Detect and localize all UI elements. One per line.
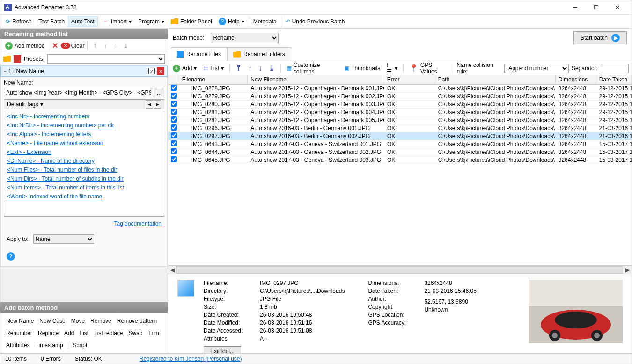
horizontal-scrollbar[interactable]: ◀▶ — [168, 265, 632, 274]
col-error[interactable]: Error — [384, 75, 435, 84]
table-row[interactable]: IMG_0282.JPGAuto show 2015-12 - Copenhag… — [168, 116, 632, 124]
batch-method-attributes[interactable]: Attributes — [3, 340, 33, 350]
add-method-button[interactable]: +Add method — [2, 41, 48, 51]
row-checkbox[interactable] — [171, 156, 177, 162]
open-preset-button[interactable] — [3, 55, 11, 63]
batch-method-list-replace[interactable]: List replace — [91, 328, 125, 338]
tag-link[interactable]: <Num Items> - Total number of items in t… — [7, 184, 161, 191]
column-options-button[interactable]: ⁞☰▾ — [385, 61, 399, 76]
batch-method-replace[interactable]: Replace — [35, 328, 61, 338]
batch-method-swap[interactable]: Swap — [125, 328, 145, 338]
tag-link[interactable]: <Num Files> - Total number of files in t… — [7, 167, 161, 173]
batch-method-script[interactable]: Script — [70, 340, 90, 350]
clear-button[interactable]: ✕ — [61, 43, 70, 49]
move-down-button[interactable]: ↓ — [257, 63, 264, 73]
move-up-button[interactable]: ↑ — [246, 63, 254, 73]
move-up-button[interactable]: ↑ — [101, 41, 110, 51]
table-row[interactable]: IMG_0280.JPGAuto show 2015-12 - Copenhag… — [168, 101, 632, 109]
method-help-icon[interactable]: ? — [7, 252, 15, 261]
collision-rule-select[interactable]: Append number — [504, 64, 569, 73]
start-batch-button[interactable]: Start batch ▶ — [573, 31, 627, 44]
table-row[interactable]: IMG_0645.JPGAuto show 2017-03 - Geneva -… — [168, 156, 632, 164]
col-path[interactable]: Path — [435, 75, 556, 84]
table-row[interactable]: IMG_0643.JPGAuto show 2017-03 - Geneva -… — [168, 140, 632, 148]
move-top-button[interactable]: ⤒ — [234, 63, 243, 73]
tab-rename-folders[interactable]: Rename Folders — [227, 47, 291, 61]
batch-method-trim[interactable]: Trim — [146, 328, 162, 338]
tag-link[interactable]: <Inc Alpha> - Incrementing letters — [7, 131, 161, 138]
thumbnails-button[interactable]: ▣Thumbnails — [342, 64, 382, 73]
save-preset-button[interactable] — [14, 55, 21, 63]
batch-method-remove-pattern[interactable]: Remove pattern — [114, 316, 160, 326]
exiftool-button[interactable]: ExifTool... — [204, 346, 241, 353]
move-bottom-button[interactable]: ⤓ — [121, 41, 131, 51]
import-button[interactable]: ←Import▾ — [100, 16, 135, 27]
move-down-button[interactable]: ↓ — [111, 41, 120, 51]
refresh-button[interactable]: ⟳Refresh — [2, 16, 35, 27]
batch-method-list[interactable]: List — [77, 328, 91, 338]
row-checkbox[interactable] — [171, 109, 177, 115]
add-files-button[interactable]: +Add▾ — [171, 64, 198, 73]
gps-values-button[interactable]: 📍GPS Values — [407, 61, 449, 76]
pattern-browse-button[interactable]: ... — [154, 88, 164, 97]
tag-link[interactable]: <Inc Nr> - Incrementing numbers — [7, 113, 161, 120]
table-row[interactable]: IMG_0297.JPGAuto show 2016-03 - Berlin -… — [168, 132, 632, 140]
col-filename[interactable]: Filename — [179, 75, 248, 84]
batch-method-remove[interactable]: Remove — [88, 316, 114, 326]
table-row[interactable]: IMG_0296.JPGAuto show 2016-03 - Berlin -… — [168, 124, 632, 132]
table-row[interactable]: IMG_0644.JPGAuto show 2017-03 - Geneva -… — [168, 148, 632, 156]
help-button[interactable]: ?Help▾ — [215, 16, 248, 27]
batch-method-move[interactable]: Move — [68, 316, 88, 326]
row-checkbox[interactable] — [171, 93, 177, 99]
tag-link[interactable]: <Inc NrDir> - Incrementing numbers per d… — [7, 122, 161, 129]
customize-columns-button[interactable]: ▦Customize columns — [285, 61, 339, 76]
col-new-filename[interactable]: New Filename — [248, 75, 384, 84]
tag-link[interactable]: <Word> Indexed word of the file name — [7, 193, 161, 200]
tag-prev-button[interactable]: ◀ — [146, 100, 153, 109]
row-checkbox[interactable] — [171, 132, 177, 138]
col-date-taken[interactable]: Date Taken — [596, 75, 632, 84]
row-checkbox[interactable] — [171, 116, 177, 123]
batch-method-add[interactable]: Add — [61, 328, 77, 338]
test-batch-button[interactable]: Test Batch — [35, 16, 68, 27]
list-button[interactable]: ☰List▾ — [201, 64, 226, 73]
collapse-icon[interactable]: − — [4, 69, 7, 74]
row-checkbox[interactable] — [171, 140, 177, 146]
col-dimensions[interactable]: Dimensions — [556, 75, 596, 84]
program-button[interactable]: Program▾ — [135, 16, 168, 27]
undo-button[interactable]: ↶Undo Previous Batch — [282, 16, 348, 27]
tag-link[interactable]: <Name> - File name without extension — [7, 140, 161, 146]
method-enabled-checkbox[interactable]: ✓ — [148, 68, 155, 74]
metadata-button[interactable]: Metadata — [250, 16, 280, 27]
presets-combo[interactable] — [47, 54, 165, 64]
delete-method-button[interactable]: ✕ — [50, 41, 60, 50]
minimize-button[interactable]: ─ — [565, 1, 586, 14]
tag-link[interactable]: <DirName> - Name of the directory — [7, 158, 161, 164]
apply-to-select[interactable]: Name — [33, 234, 94, 244]
new-name-input[interactable] — [4, 88, 153, 97]
method-close-button[interactable]: ✕ — [157, 67, 164, 75]
close-button[interactable]: ✕ — [607, 1, 628, 14]
tags-dropdown[interactable]: Default Tags▾ ◀▶ — [4, 99, 164, 109]
registration-link[interactable]: Registered to Kim Jensen (Personal use) — [140, 356, 242, 362]
table-row[interactable]: IMG_0278.JPGAuto show 2015-12 - Copenhag… — [168, 85, 632, 93]
batch-mode-select[interactable]: Rename — [211, 33, 279, 43]
batch-method-timestamp[interactable]: Timestamp — [33, 340, 66, 350]
move-top-button[interactable]: ⤒ — [90, 41, 100, 51]
row-checkbox[interactable] — [171, 148, 177, 154]
method-title-bar[interactable]: − 1 : New Name ✓ ✕ — [0, 66, 168, 77]
batch-method-renumber[interactable]: Renumber — [3, 328, 35, 338]
auto-test-button[interactable]: Auto Test — [68, 16, 98, 27]
tag-link[interactable]: <Ext> - Extension — [7, 149, 161, 155]
batch-method-new-case[interactable]: New Case — [37, 316, 68, 326]
row-checkbox[interactable] — [171, 85, 177, 91]
row-checkbox[interactable] — [171, 124, 177, 131]
row-checkbox[interactable] — [171, 101, 177, 107]
batch-method-new-name[interactable]: New Name — [3, 316, 37, 326]
table-row[interactable]: IMG_0281.JPGAuto show 2015-12 - Copenhag… — [168, 109, 632, 116]
move-bottom-button[interactable]: ⤓ — [267, 63, 277, 73]
tab-rename-files[interactable]: Rename Files — [171, 47, 227, 61]
maximize-button[interactable]: ☐ — [586, 1, 607, 14]
folder-panel-button[interactable]: Folder Panel — [168, 16, 215, 27]
tag-link[interactable]: <Num Dirs> - Total number of subdirs in … — [7, 175, 161, 182]
